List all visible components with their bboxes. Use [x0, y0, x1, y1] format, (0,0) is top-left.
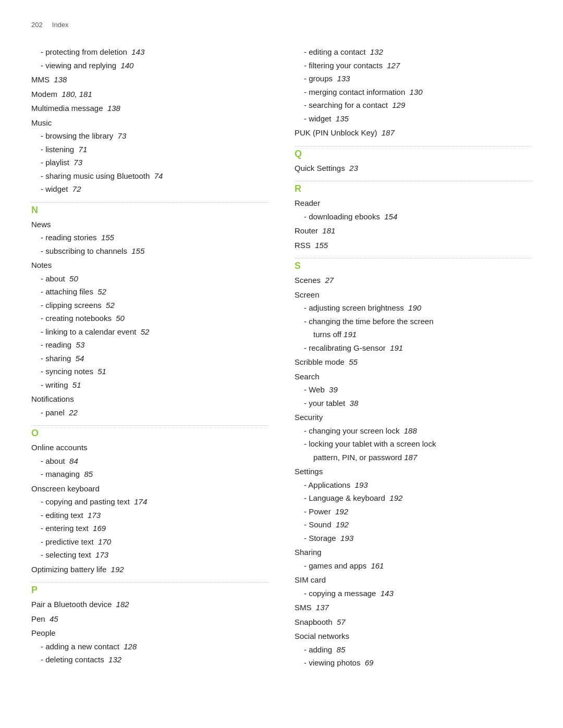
index-main-entry: Router 181: [295, 224, 532, 238]
section-letter-r: R: [295, 183, 532, 194]
index-sub-entry: - subscribing to channels 155: [31, 244, 268, 258]
index-main-entry: RSS 155: [295, 239, 532, 252]
index-sub-entry: - Language & keyboard 192: [295, 491, 532, 505]
page-header: 202 Index: [31, 21, 532, 31]
section-letter-s: S: [295, 261, 532, 272]
index-sub-entry: - entering text 169: [31, 522, 268, 535]
index-main-entry: SIM card: [295, 573, 532, 587]
index-sub-entry: - groups 133: [295, 72, 532, 85]
index-sub-entry: - sharing music using Bluetooth 74: [31, 169, 268, 183]
index-main-entry: Notifications: [31, 392, 268, 406]
index-sub-entry: - downloading ebooks 154: [295, 210, 532, 224]
index-sub-entry: - about 84: [31, 454, 268, 468]
index-sub-entry: - protecting from deletion 143: [31, 45, 268, 59]
index-main-entry: PUK (PIN Unblock Key) 187: [295, 126, 532, 140]
index-sub2-entry: - changing the time before the screen: [295, 315, 532, 328]
section-divider: [295, 146, 532, 146]
index-sub-entry: - searching for a contact 129: [295, 98, 532, 112]
index-sub-entry: - about 50: [31, 272, 268, 286]
section-divider: [31, 202, 268, 203]
index-main-entry: Optimizing battery life 192: [31, 563, 268, 576]
section-divider: [295, 258, 532, 258]
index-main-entry: Online accounts: [31, 441, 268, 454]
index-main-entry: Scribble mode 55: [295, 355, 532, 369]
index-main-entry: News: [31, 218, 268, 231]
index-main-entry: Quick Settings 23: [295, 162, 532, 175]
index-main-entry: Pair a Bluetooth device 182: [31, 598, 268, 611]
section-letter-o: O: [31, 428, 268, 439]
index-sub-entry: - viewing photos 69: [295, 656, 532, 670]
index-main-entry: Scenes 27: [295, 274, 532, 287]
index-sub-entry: - copying and pasting text 174: [31, 495, 268, 509]
index-sub-entry: - selecting text 173: [31, 548, 268, 562]
index-main-entry: Settings: [295, 465, 532, 478]
section-letter-p: P: [31, 585, 268, 596]
index-sub-entry: - filtering your contacts 127: [295, 59, 532, 72]
index-sub-entry: - panel 22: [31, 406, 268, 419]
section-divider: [31, 582, 268, 583]
index-main-entry: Security: [295, 411, 532, 424]
index-main-entry: Music: [31, 116, 268, 130]
index-sub-entry: - Web 39: [295, 383, 532, 397]
index-sub-entry: - Power 192: [295, 505, 532, 519]
index-sub-entry: - editing text 173: [31, 509, 268, 522]
index-main-entry: Search: [295, 370, 532, 384]
index-main-entry: Notes: [31, 258, 268, 272]
index-main-entry: Onscreen keyboard: [31, 482, 268, 496]
index-sub-entry: - games and apps 161: [295, 559, 532, 573]
index-sub-entry: - editing a contact 132: [295, 45, 532, 59]
index-sub-entry: - viewing and replying 140: [31, 59, 268, 72]
index-sub-entry: - creating notebooks 50: [31, 312, 268, 325]
index-sub-entry: - Applications 193: [295, 478, 532, 492]
index-sub-entry: - merging contact information 130: [295, 85, 532, 99]
index-sub-entry: - your tablet 38: [295, 397, 532, 410]
index-sub-entry: - reading 53: [31, 338, 268, 352]
index-sub-entry: - widget 135: [295, 112, 532, 126]
index-sub-entry: - sharing 54: [31, 352, 268, 365]
index-sub-entry: - reading stories 155: [31, 231, 268, 244]
index-sub-entry: - linking to a calendar event 52: [31, 325, 268, 339]
index-sub-entry: - clipping screens 52: [31, 299, 268, 312]
index-sub-entry: - Storage 193: [295, 532, 532, 545]
index-main-entry: Screen: [295, 288, 532, 302]
index-sub-entry: - writing 51: [31, 378, 268, 392]
index-sub-entry: - predictive text 170: [31, 535, 268, 549]
section-letter-n: N: [31, 205, 268, 216]
index-main-entry: People: [31, 626, 268, 640]
index-sub2-entry: - locking your tablet with a screen lock: [295, 437, 532, 451]
index-main-entry: Modem 180, 181: [31, 88, 268, 101]
index-sub-entry: - listening 71: [31, 143, 268, 156]
index-main-entry: Social networks: [295, 630, 532, 643]
index-main-entry: Sharing: [295, 546, 532, 559]
index-sub-entry: - playlist 73: [31, 156, 268, 169]
index-sub-entry: - browsing the library 73: [31, 129, 268, 143]
right-column: - editing a contact 132- filtering your …: [284, 45, 532, 670]
index-sub-entry: - syncing notes 51: [31, 365, 268, 378]
index-sub-entry: - copying a message 143: [295, 587, 532, 600]
index-main-entry: SMS 137: [295, 601, 532, 614]
section-divider: [295, 181, 532, 181]
index-sub-entry: - managing 85: [31, 467, 268, 481]
index-main-entry: MMS 138: [31, 73, 268, 87]
index-sub-entry: - deleting contacts 132: [31, 653, 268, 667]
index-main-entry: Pen 45: [31, 612, 268, 626]
index-wrap-entry: pattern, PIN, or password 187: [295, 451, 532, 464]
page-number: 202: [31, 21, 43, 29]
index-sub-entry: - adjusting screen brightness 190: [295, 301, 532, 315]
section-letter-q: Q: [295, 149, 532, 159]
index-sub-entry: - adding 85: [295, 643, 532, 657]
index-sub-entry: - attaching files 52: [31, 285, 268, 299]
index-sub-entry: - Sound 192: [295, 518, 532, 532]
index-main-entry: Multimedia message 138: [31, 102, 268, 115]
index-main-entry: Snapbooth 57: [295, 615, 532, 629]
page-title: Index: [52, 21, 69, 29]
index-main-entry: Reader: [295, 196, 532, 210]
left-column: - protecting from deletion 143- viewing …: [31, 45, 284, 670]
index-sub-entry: - recalibrating G-sensor 191: [295, 341, 532, 355]
section-divider: [31, 425, 268, 426]
index-sub-entry: - widget 72: [31, 182, 268, 196]
index-wrap-entry: turns off 191: [295, 328, 532, 341]
index-sub-entry: - adding a new contact 128: [31, 640, 268, 653]
index-sub-entry: - changing your screen lock 188: [295, 424, 532, 438]
